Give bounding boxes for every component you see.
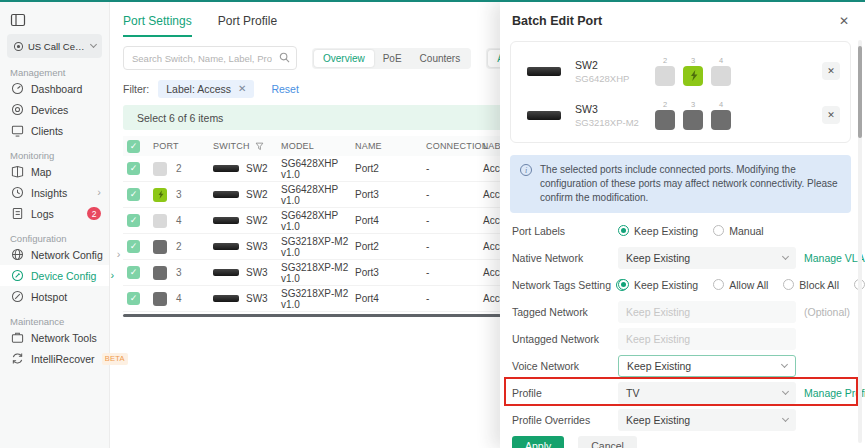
- segment-counters[interactable]: Counters: [411, 50, 470, 67]
- port-toggle[interactable]: 4: [711, 57, 731, 86]
- info-icon: [520, 164, 532, 176]
- sidebar-item-label: IntelliRecover: [31, 353, 95, 365]
- sidebar-collapse-icon[interactable]: [10, 12, 26, 28]
- close-icon[interactable]: [839, 15, 849, 27]
- chevron-right-icon: ›: [110, 270, 114, 281]
- row-checkbox[interactable]: [127, 162, 140, 175]
- field-label: Profile: [512, 387, 618, 399]
- select-all-checkbox[interactable]: [127, 140, 140, 153]
- apply-button[interactable]: Apply: [512, 436, 564, 448]
- switch-thumbnail: [213, 191, 239, 198]
- switch-name: SW3: [246, 241, 268, 252]
- panel-title: Batch Edit Port: [512, 14, 602, 28]
- sidebar-item-clients[interactable]: Clients: [0, 120, 109, 141]
- sidebar-item-dashboard[interactable]: Dashboard: [0, 78, 109, 99]
- chevron-down-icon: [781, 360, 788, 367]
- toolbox-icon: [11, 331, 24, 344]
- connection-cell: -: [426, 163, 483, 174]
- column-header-connection: CONNECTION: [426, 141, 483, 151]
- sidebar-item-label: Logs: [31, 208, 54, 220]
- field-label: Port Labels: [512, 225, 618, 237]
- table-horizontal-scrollbar[interactable]: [123, 314, 501, 317]
- reset-filters-link[interactable]: Reset: [271, 83, 298, 95]
- chevron-down-icon: [782, 387, 789, 394]
- remove-filter-icon[interactable]: ✕: [238, 84, 246, 94]
- site-selector[interactable]: US Call Center La...: [7, 34, 102, 58]
- port-status-icon: [153, 292, 167, 306]
- port-status-icon: [683, 110, 703, 130]
- sidebar-item-devices[interactable]: Devices: [0, 99, 109, 120]
- port-toggle[interactable]: 2: [655, 57, 675, 86]
- sidebar-item-device-config[interactable]: Device Config ›: [0, 265, 109, 286]
- filter-icon[interactable]: [255, 142, 264, 151]
- manage-profiles-link[interactable]: Manage Profiles: [804, 387, 865, 399]
- row-checkbox[interactable]: [127, 266, 140, 279]
- port-status-icon: [153, 188, 167, 202]
- sidebar-item-network-config[interactable]: Network Config ›: [0, 244, 109, 265]
- tab-port-settings[interactable]: Port Settings: [123, 14, 192, 37]
- tab-port-profile[interactable]: Port Profile: [218, 14, 277, 37]
- tagged-network-input[interactable]: [618, 301, 796, 323]
- field-label: Tagged Network: [512, 306, 618, 318]
- model-cell: SG3218XP-M2 v1.0: [281, 288, 355, 310]
- panel-scrollbar-thumb[interactable]: [858, 46, 862, 138]
- sidebar-item-map[interactable]: Map: [0, 161, 109, 182]
- port-status-icon: [153, 214, 167, 228]
- row-checkbox[interactable]: [127, 292, 140, 305]
- switch-image: [527, 111, 561, 120]
- switch-thumbnail: [213, 217, 239, 224]
- untagged-network-input[interactable]: [618, 328, 796, 350]
- site-name: US Call Center La...: [28, 41, 87, 52]
- field-label: Profile Overrides: [512, 414, 618, 426]
- sidebar-item-network-tools[interactable]: Network Tools: [0, 327, 109, 348]
- remove-device-icon[interactable]: [822, 62, 840, 80]
- field-untagged-network: Untagged Network: [512, 325, 865, 352]
- voice-network-dropdown[interactable]: Keep Existing: [618, 355, 796, 377]
- optional-hint: (Optional): [804, 306, 850, 318]
- name-cell: Port4: [355, 293, 426, 304]
- device-name: SW2: [575, 59, 655, 71]
- sidebar-item-hotspot[interactable]: Hotspot: [0, 286, 109, 307]
- row-checkbox[interactable]: [127, 240, 140, 253]
- segment-overview[interactable]: Overview: [314, 50, 374, 67]
- column-header-name: NAME: [355, 141, 426, 151]
- column-header-switch: SWITCH: [213, 141, 281, 151]
- row-checkbox[interactable]: [127, 214, 140, 227]
- port-toggle[interactable]: 4: [711, 101, 731, 130]
- radio-manual[interactable]: Manual: [713, 225, 763, 237]
- filter-chip-label-access[interactable]: Label: Access ✕: [158, 80, 254, 98]
- cancel-button[interactable]: Cancel: [578, 436, 637, 448]
- port-status-icon: [711, 110, 731, 130]
- port-status-icon: [153, 162, 167, 176]
- sidebar-section-maintenance: Maintenance: [10, 316, 109, 327]
- radio-block-all[interactable]: Block All: [783, 279, 839, 291]
- sidebar-item-label: Devices: [31, 104, 68, 116]
- native-network-dropdown[interactable]: Keep Existing: [618, 247, 796, 269]
- remove-device-icon[interactable]: [822, 106, 840, 124]
- profile-overrides-dropdown[interactable]: Keep Existing: [618, 409, 796, 431]
- radio-icon: [618, 279, 629, 290]
- radio-keep-existing[interactable]: Keep Existing: [618, 279, 698, 291]
- sidebar-item-insights[interactable]: Insights ›: [0, 182, 109, 203]
- radio-keep-existing[interactable]: Keep Existing: [618, 225, 698, 237]
- search-input[interactable]: [123, 46, 297, 70]
- row-checkbox[interactable]: [127, 188, 140, 201]
- profile-dropdown[interactable]: TV: [618, 382, 796, 404]
- switch-thumbnail: [213, 295, 239, 302]
- connection-cell: -: [426, 267, 483, 278]
- batch-edit-port-panel: Batch Edit Port SW2 SG6428XHP 2 3 4 SW3 …: [500, 2, 865, 448]
- sidebar-section-configuration: Configuration: [10, 233, 109, 244]
- port-number: 3: [176, 189, 182, 200]
- insights-icon: [11, 186, 24, 199]
- port-toggle[interactable]: 2: [655, 101, 675, 130]
- sidebar-item-intellirecover[interactable]: IntelliRecover BETA: [0, 348, 109, 369]
- port-toggle[interactable]: 3: [683, 57, 703, 86]
- manage-vlan-link[interactable]: Manage VLAN: [804, 252, 865, 264]
- sidebar-item-logs[interactable]: Logs 2: [0, 203, 109, 224]
- search-box: [123, 46, 297, 70]
- port-toggle[interactable]: 3: [683, 101, 703, 130]
- radio-allow-all[interactable]: Allow All: [713, 279, 768, 291]
- recover-sync-icon: [11, 352, 24, 365]
- segment-poe[interactable]: PoE: [374, 50, 411, 67]
- connection-cell: -: [426, 189, 483, 200]
